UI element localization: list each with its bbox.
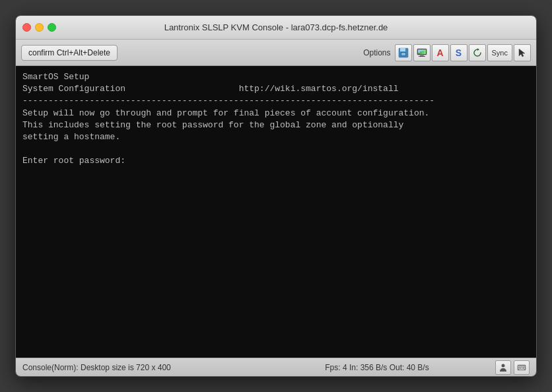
svg-rect-9 xyxy=(424,50,426,54)
terminal-line4: Setup will now go through and prompt for… xyxy=(22,108,429,118)
svg-rect-18 xyxy=(518,368,520,369)
s-icon: S xyxy=(456,48,462,58)
svg-rect-3 xyxy=(401,53,405,55)
text-a-icon-button[interactable]: A xyxy=(432,44,449,61)
confirm-ctrl-alt-delete-button[interactable]: confirm Ctrl+Alt+Delete xyxy=(21,45,118,61)
options-label: Options xyxy=(363,48,390,57)
keyboard-icon-button[interactable] xyxy=(514,360,530,375)
svg-rect-1 xyxy=(400,48,405,51)
svg-rect-6 xyxy=(418,53,420,54)
toolbar-icons: A S Sync xyxy=(395,44,531,61)
svg-rect-21 xyxy=(519,369,524,370)
maximize-button[interactable] xyxy=(48,23,56,32)
refresh-icon-button[interactable] xyxy=(469,44,486,61)
a-icon: A xyxy=(436,48,443,58)
close-button[interactable] xyxy=(22,23,31,32)
svg-rect-16 xyxy=(522,366,524,367)
terminal-area[interactable]: SmartOS Setup System Configuration http:… xyxy=(16,66,536,358)
svg-point-12 xyxy=(502,364,505,367)
status-console-info: Console(Norm): Desktop size is 720 x 400 xyxy=(22,363,259,372)
svg-rect-7 xyxy=(420,51,422,54)
status-icons xyxy=(495,360,530,375)
terminal-line5: This includes setting the root password … xyxy=(22,120,403,130)
svg-rect-14 xyxy=(518,366,520,367)
svg-rect-11 xyxy=(419,56,425,57)
svg-rect-17 xyxy=(524,366,525,367)
terminal-line3: ----------------------------------------… xyxy=(22,96,434,106)
terminal-line6: setting a hostname. xyxy=(22,132,120,142)
toolbar: confirm Ctrl+Alt+Delete Options xyxy=(16,40,536,66)
cursor-icon-button[interactable] xyxy=(514,44,531,61)
terminal-line2: System Configuration http://wiki.smartos… xyxy=(22,84,399,94)
svg-rect-19 xyxy=(520,368,523,369)
terminal-line8: Enter root password: xyxy=(22,156,125,166)
terminal-content: SmartOS Setup System Configuration http:… xyxy=(22,71,530,168)
kvm-window: Lantronix SLSLP KVM Console - lara073.dc… xyxy=(15,15,537,377)
floppy-icon-button[interactable] xyxy=(395,44,412,61)
traffic-lights xyxy=(22,23,56,32)
window-title: Lantronix SLSLP KVM Console - lara073.dc… xyxy=(164,22,388,32)
monitor-icon-button[interactable] xyxy=(413,44,431,61)
sync-button[interactable]: Sync xyxy=(487,44,512,61)
text-s-icon-button[interactable]: S xyxy=(450,44,467,61)
minimize-button[interactable] xyxy=(35,23,44,32)
svg-rect-8 xyxy=(422,51,424,54)
terminal-line1: SmartOS Setup xyxy=(22,72,89,82)
svg-rect-10 xyxy=(420,55,424,56)
svg-rect-15 xyxy=(520,366,522,367)
person-icon-button[interactable] xyxy=(495,360,511,375)
status-bar: Console(Norm): Desktop size is 720 x 400… xyxy=(16,358,536,376)
status-fps-info: Fps: 4 In: 356 B/s Out: 40 B/s xyxy=(259,363,495,372)
svg-rect-20 xyxy=(524,368,525,369)
title-bar: Lantronix SLSLP KVM Console - lara073.dc… xyxy=(16,16,536,40)
